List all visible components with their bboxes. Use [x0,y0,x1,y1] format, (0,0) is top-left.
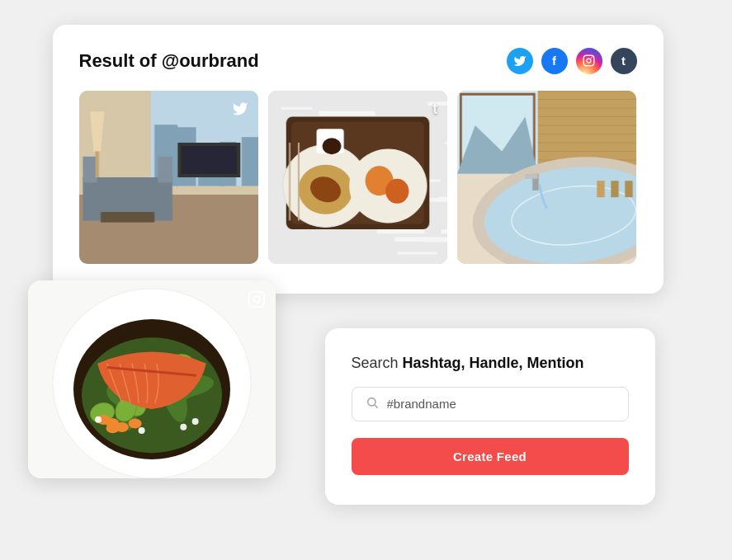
svg-point-2 [591,57,593,59]
instagram-icon[interactable] [576,48,602,74]
main-card: Result of @ourbrand f t [53,25,664,294]
image-tile-2: t [268,91,447,264]
svg-point-6 [367,398,375,405]
image-tile-1 [79,91,258,264]
search-label: Search Hashtag, Handle, Mention [352,355,629,372]
photo-card [28,280,276,478]
search-terms: Hashtag, Handle, Mention [403,355,584,371]
tumblr-tile-icon: t [432,101,437,118]
svg-point-4 [253,296,259,302]
search-input-wrap[interactable] [352,387,629,421]
svg-point-1 [587,59,591,63]
images-grid: t [79,91,637,264]
scene: Result of @ourbrand f t [28,25,705,536]
svg-rect-3 [248,291,263,306]
svg-rect-0 [583,55,594,66]
instagram-photo-icon [248,290,266,313]
svg-point-5 [260,294,262,296]
search-icon [366,396,379,412]
tumblr-icon[interactable]: t [611,48,637,74]
card-header: Result of @ourbrand f t [79,48,637,74]
card-title: Result of @ourbrand [79,50,259,72]
image-tile-3 [457,91,636,264]
search-card: Search Hashtag, Handle, Mention Create F… [325,328,655,505]
twitter-tile-icon [232,101,248,121]
svg-line-7 [375,405,378,408]
search-input[interactable] [387,397,615,411]
create-feed-button[interactable]: Create Feed [352,438,629,475]
facebook-icon[interactable]: f [541,48,568,74]
twitter-icon[interactable] [507,48,533,74]
social-icons-group: f t [507,48,637,74]
